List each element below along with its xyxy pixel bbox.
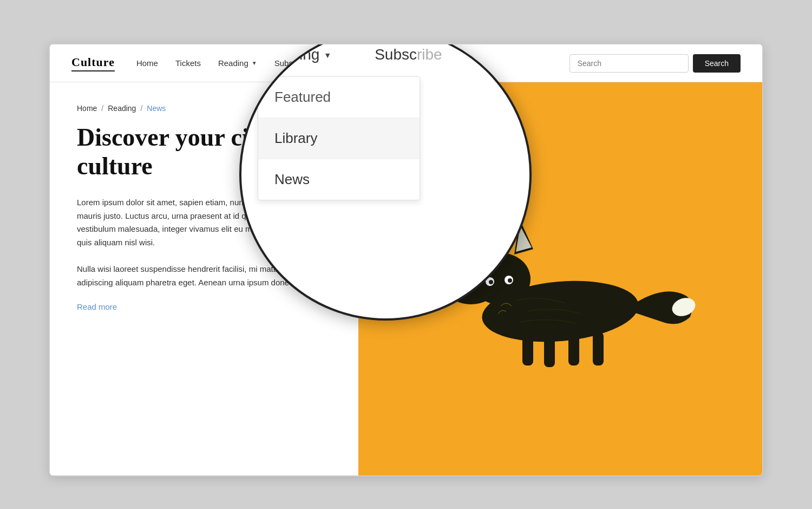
svg-rect-13	[568, 333, 579, 366]
main-nav: Home Tickets Reading ▼ Subscribe	[136, 58, 569, 68]
breadcrumb-reading[interactable]: Reading	[108, 104, 136, 113]
nav-reading-dropdown-trigger[interactable]: Reading ▼	[218, 58, 257, 68]
svg-point-16	[452, 290, 463, 298]
body-para-1: Lorem ipsum dolor sit amet, sapien etiam…	[77, 196, 331, 250]
site-main: Home / Reading / News Discover your city…	[50, 82, 762, 475]
breadcrumb-sep-1: /	[101, 104, 103, 113]
breadcrumb-current: News	[147, 104, 166, 113]
read-more-link[interactable]: Read more	[77, 302, 117, 311]
browser-frame: Culture Home Tickets Reading ▼ Subscribe…	[49, 43, 763, 477]
search-button[interactable]: Search	[693, 54, 741, 73]
nav-tickets[interactable]: Tickets	[175, 58, 201, 68]
search-input[interactable]	[569, 54, 689, 73]
site-header: Culture Home Tickets Reading ▼ Subscribe…	[50, 44, 762, 82]
svg-rect-14	[593, 332, 604, 366]
content-left: Home / Reading / News Discover your city…	[50, 82, 358, 475]
site-logo[interactable]: Culture	[71, 55, 115, 71]
svg-rect-12	[544, 336, 555, 367]
svg-rect-11	[522, 333, 533, 366]
nav-home[interactable]: Home	[136, 58, 158, 68]
page-body: Lorem ipsum dolor sit amet, sapien etiam…	[77, 196, 331, 290]
svg-point-10	[508, 278, 512, 283]
chevron-down-icon: ▼	[252, 60, 257, 66]
svg-point-9	[489, 280, 493, 284]
fox-illustration	[420, 187, 701, 371]
hero-image-area	[358, 82, 762, 475]
page-heading: Discover your city's culture	[77, 123, 331, 181]
breadcrumb: Home / Reading / News	[77, 104, 331, 113]
breadcrumb-sep-2: /	[140, 104, 142, 113]
nav-reading-label: Reading	[218, 58, 248, 68]
nav-subscribe[interactable]: Subscribe	[274, 58, 311, 68]
search-area: Search	[569, 54, 741, 73]
outer-wrapper: Culture Home Tickets Reading ▼ Subscribe…	[32, 16, 780, 493]
body-para-2: Nulla wisi laoreet suspendisse hendrerit…	[77, 263, 331, 290]
breadcrumb-home[interactable]: Home	[77, 104, 97, 113]
